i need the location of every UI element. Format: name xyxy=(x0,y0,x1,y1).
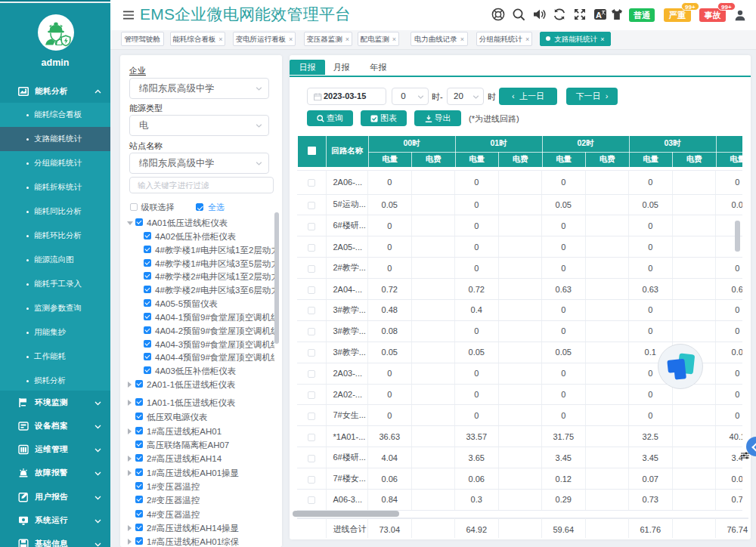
svg-text:A: A xyxy=(596,11,602,20)
